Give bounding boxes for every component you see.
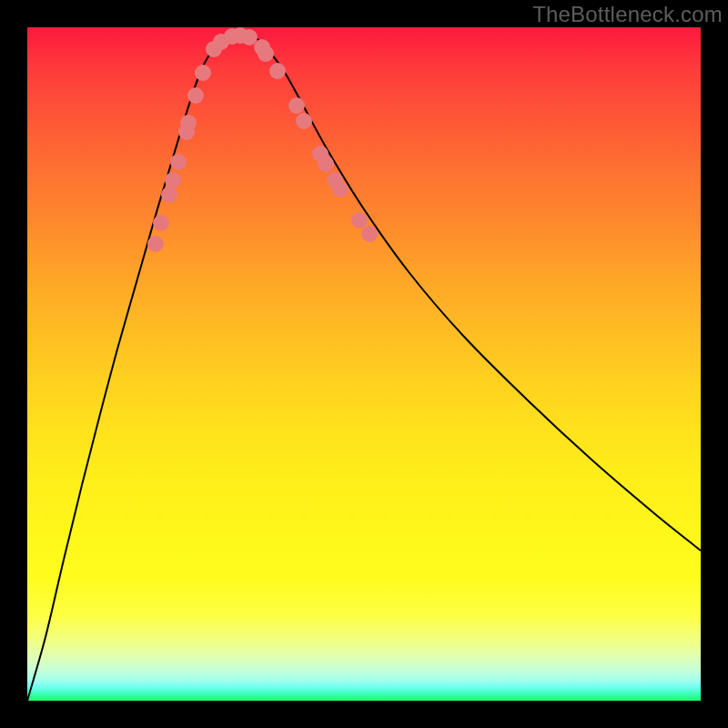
curve-marker [332, 181, 349, 197]
curve-marker [153, 215, 169, 231]
chart-svg [27, 27, 701, 701]
curve-marker [351, 212, 368, 228]
curve-marker [241, 29, 258, 46]
curve-marker [288, 97, 305, 114]
watermark-text: TheBottleneck.com [532, 2, 723, 27]
curve-marker [161, 187, 177, 203]
chart-frame: TheBottleneck.com [0, 0, 728, 728]
curve-marker [147, 236, 164, 252]
curve-marker [165, 172, 181, 188]
curve-marker [258, 46, 274, 62]
curve-marker [361, 226, 378, 242]
curve-marker [269, 63, 286, 79]
curve-marker [296, 113, 312, 129]
bottleneck-curve [27, 34, 701, 701]
curve-marker [195, 65, 211, 81]
curve-marker [170, 154, 187, 170]
curve-marker [180, 115, 197, 131]
curve-marker [187, 87, 204, 104]
marker-group [147, 27, 378, 252]
plot-area [27, 27, 701, 701]
curve-marker [318, 156, 334, 172]
